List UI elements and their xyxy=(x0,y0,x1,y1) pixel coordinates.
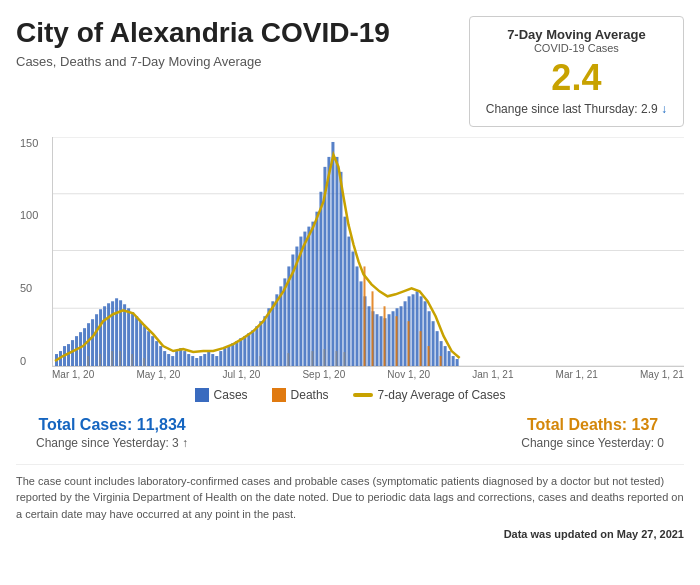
x-label-may20: May 1, 20 xyxy=(136,369,180,380)
svg-rect-71 xyxy=(319,191,322,365)
svg-rect-20 xyxy=(115,298,118,366)
svg-rect-115 xyxy=(323,349,325,366)
legend-deaths: Deaths xyxy=(272,388,329,402)
svg-rect-122 xyxy=(408,321,410,366)
svg-rect-17 xyxy=(103,306,106,366)
svg-rect-60 xyxy=(275,294,278,366)
svg-rect-97 xyxy=(424,301,427,366)
svg-rect-46 xyxy=(219,351,222,366)
svg-rect-118 xyxy=(363,266,365,366)
svg-rect-81 xyxy=(359,281,362,366)
svg-rect-18 xyxy=(107,303,110,366)
y-label-50: 50 xyxy=(20,282,38,294)
stat-box-subtitle: COVID-19 Cases xyxy=(486,42,667,54)
chart-svg xyxy=(53,137,684,366)
svg-rect-86 xyxy=(380,316,383,366)
svg-rect-119 xyxy=(372,291,374,366)
svg-rect-41 xyxy=(199,356,202,366)
x-label-jan21: Jan 1, 21 xyxy=(472,369,513,380)
svg-rect-124 xyxy=(428,346,430,366)
svg-rect-80 xyxy=(355,266,358,366)
svg-rect-112 xyxy=(259,356,261,366)
svg-rect-108 xyxy=(111,351,113,366)
y-label-150: 150 xyxy=(20,137,38,149)
svg-rect-103 xyxy=(448,351,451,366)
total-cases-block: Total Cases: 11,834 Change since Yesterd… xyxy=(36,416,188,450)
svg-rect-48 xyxy=(227,346,230,366)
svg-rect-107 xyxy=(99,354,101,366)
svg-rect-67 xyxy=(303,231,306,365)
total-deaths-change: Change since Yesterday: 0 xyxy=(521,436,664,450)
totals-row: Total Cases: 11,834 Change since Yesterd… xyxy=(16,416,684,450)
svg-rect-43 xyxy=(207,351,210,366)
svg-rect-28 xyxy=(147,331,150,366)
svg-rect-114 xyxy=(311,351,313,366)
svg-rect-59 xyxy=(271,301,274,366)
legend-cases-icon xyxy=(195,388,209,402)
x-label-jul20: Jul 1, 20 xyxy=(222,369,260,380)
svg-rect-42 xyxy=(203,354,206,366)
svg-rect-51 xyxy=(239,338,242,366)
legend-cases: Cases xyxy=(195,388,248,402)
legend-avg-label: 7-day Average of Cases xyxy=(378,388,506,402)
svg-rect-116 xyxy=(335,351,337,366)
svg-rect-55 xyxy=(255,326,258,366)
svg-rect-54 xyxy=(251,330,254,366)
page-title: City of Alexandria COVID-19 xyxy=(16,16,390,50)
svg-rect-70 xyxy=(315,211,318,365)
svg-rect-31 xyxy=(159,346,162,366)
svg-rect-89 xyxy=(392,311,395,366)
x-label-mar21: Mar 1, 21 xyxy=(556,369,598,380)
svg-rect-106 xyxy=(87,356,89,366)
svg-rect-78 xyxy=(347,236,350,365)
svg-rect-23 xyxy=(127,308,130,366)
svg-rect-53 xyxy=(247,333,250,366)
svg-rect-120 xyxy=(384,306,386,366)
svg-rect-110 xyxy=(131,354,133,366)
svg-rect-49 xyxy=(231,343,234,366)
svg-rect-22 xyxy=(123,304,126,366)
svg-rect-105 xyxy=(456,359,459,366)
total-deaths-label: Total Deaths: 137 xyxy=(521,416,664,434)
legend-deaths-icon xyxy=(272,388,286,402)
svg-rect-33 xyxy=(167,354,170,366)
chart-area xyxy=(52,137,684,367)
svg-rect-100 xyxy=(436,331,439,366)
svg-rect-91 xyxy=(400,306,403,366)
svg-rect-88 xyxy=(388,314,391,366)
svg-rect-25 xyxy=(135,316,138,366)
svg-rect-85 xyxy=(376,314,379,366)
svg-rect-121 xyxy=(396,316,398,366)
x-axis-labels: Mar 1, 20 May 1, 20 Jul 1, 20 Sep 1, 20 … xyxy=(52,369,684,380)
stat-box-title: 7-Day Moving Average xyxy=(486,27,667,42)
update-note: Data was updated on May 27, 2021 xyxy=(16,528,684,540)
svg-rect-29 xyxy=(151,336,154,366)
svg-rect-75 xyxy=(335,157,338,366)
svg-rect-74 xyxy=(331,142,334,366)
svg-rect-69 xyxy=(311,221,314,365)
svg-rect-35 xyxy=(175,351,178,366)
legend-avg: 7-day Average of Cases xyxy=(353,388,506,402)
legend-avg-icon xyxy=(353,393,373,397)
svg-rect-73 xyxy=(327,157,330,366)
legend-deaths-label: Deaths xyxy=(291,388,329,402)
svg-rect-99 xyxy=(432,321,435,366)
svg-rect-104 xyxy=(452,356,455,366)
total-cases-label: Total Cases: 11,834 xyxy=(36,416,188,434)
x-label-may21: May 1, 21 xyxy=(640,369,684,380)
total-cases-change: Change since Yesterday: 3 ↑ xyxy=(36,436,188,450)
svg-rect-68 xyxy=(307,226,310,365)
svg-rect-15 xyxy=(95,314,98,366)
svg-rect-79 xyxy=(351,251,354,366)
svg-rect-39 xyxy=(191,356,194,366)
svg-rect-76 xyxy=(339,171,342,365)
svg-rect-50 xyxy=(235,341,238,366)
svg-rect-30 xyxy=(155,341,158,366)
svg-rect-14 xyxy=(91,319,94,366)
stat-box: 7-Day Moving Average COVID-19 Cases 2.4 … xyxy=(469,16,684,127)
svg-rect-34 xyxy=(171,356,174,366)
total-deaths-block: Total Deaths: 137 Change since Yesterday… xyxy=(521,416,664,450)
footnote: The case count includes laboratory-confi… xyxy=(16,464,684,523)
svg-rect-83 xyxy=(367,306,370,366)
svg-rect-40 xyxy=(195,358,198,366)
